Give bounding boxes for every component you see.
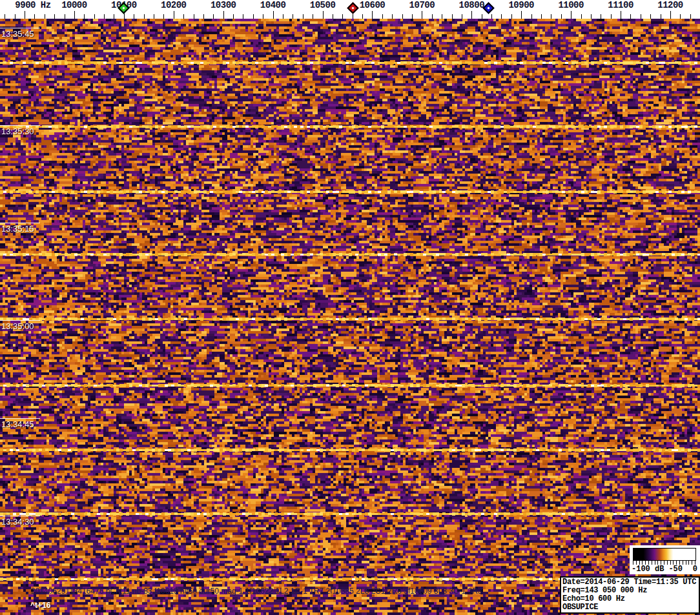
freq-tick-minor — [591, 14, 592, 19]
freq-tick-minor — [442, 14, 442, 19]
freq-tick-minor — [342, 14, 343, 19]
freq-tick-minor — [382, 14, 383, 19]
freq-tick-minor — [194, 14, 194, 19]
freq-tick-minor — [144, 14, 145, 19]
freq-tick-minor — [114, 14, 114, 19]
freq-tick-minor — [432, 14, 433, 19]
time-label-2: 13:35:15 — [1, 224, 34, 234]
time-tick-line — [0, 516, 40, 516]
freq-label-10400: 10400 — [260, 0, 286, 10]
freq-tick-minor — [462, 14, 462, 19]
freq-tick-minor — [402, 14, 403, 19]
time-label-3: 13:35:00 — [1, 321, 34, 331]
freq-tick-minor — [392, 14, 393, 19]
scale-label-max: 0 — [693, 565, 697, 574]
freq-label-10900: 10900 — [508, 0, 534, 10]
freq-label-11100: 11100 — [608, 0, 633, 10]
freq-tick-minor — [491, 14, 492, 19]
freq-label-11000: 11000 — [558, 0, 584, 10]
freq-label-10300: 10300 — [211, 0, 236, 10]
freq-label-10200: 10200 — [161, 0, 187, 10]
freq-tick-minor — [233, 14, 234, 19]
freq-tick-major — [174, 11, 174, 19]
freq-label-10000: 10000 — [61, 0, 87, 10]
freq-tick-major — [521, 11, 522, 19]
freq-tick-minor — [452, 14, 453, 19]
freq-tick-minor — [94, 14, 95, 19]
meteor-detection-annotation: 20140629113416476 hCnt11 nb-83 f10613 hi… — [31, 587, 482, 596]
observation-info-box: Date=2014-06-29 Time=11:35 UTC Freq=143 … — [560, 576, 700, 614]
freq-tick-minor — [213, 14, 214, 19]
marker-center-dot — [351, 6, 354, 9]
freq-tick-major — [422, 11, 422, 19]
freq-tick-minor — [15, 14, 15, 19]
marker-center-dot — [487, 6, 489, 9]
freq-tick-minor — [253, 14, 254, 19]
time-tick-line — [0, 320, 40, 321]
freq-tick-minor — [362, 14, 363, 19]
time-tick-line — [0, 28, 40, 28]
time-label-1: 13:35:30 — [1, 126, 34, 136]
freq-tick-major — [323, 11, 324, 19]
freq-label-10800: 10800 — [459, 0, 485, 10]
red-frequency-marker-diamond-icon[interactable] — [347, 2, 358, 14]
freq-tick-major — [571, 11, 571, 19]
freq-tick-minor — [34, 14, 35, 19]
freq-tick-minor — [482, 14, 482, 19]
freq-label-10500: 10500 — [310, 0, 336, 10]
freq-tick-minor — [54, 14, 55, 19]
spectrogram-waterfall — [0, 19, 700, 615]
scale-label-min: -100 dB — [632, 565, 664, 574]
time-tick-line — [0, 223, 40, 223]
freq-tick-minor — [501, 14, 502, 19]
scale-labels: -100 dB -50 0 — [630, 565, 700, 574]
freq-tick-minor — [611, 14, 612, 19]
freq-tick-minor — [243, 14, 243, 19]
freq-tick-minor — [154, 14, 154, 19]
freq-tick-minor — [313, 14, 313, 19]
time-label-4: 13:34:45 — [1, 419, 34, 429]
time-tick-line — [0, 125, 40, 126]
freq-tick-minor — [551, 14, 551, 19]
freq-tick-major — [670, 11, 671, 19]
freq-tick-major — [273, 11, 274, 19]
freq-label-9900: 9900 Hz — [15, 0, 50, 10]
freq-tick-minor — [5, 14, 5, 19]
freq-tick-minor — [333, 14, 333, 19]
time-shift-label: ^t+16 — [30, 601, 50, 610]
freq-tick-minor — [45, 14, 45, 19]
freq-tick-minor — [65, 14, 65, 19]
freq-label-10700: 10700 — [409, 0, 435, 10]
time-label-5: 13:34:30 — [1, 517, 34, 527]
freq-tick-minor — [183, 14, 184, 19]
freq-tick-minor — [581, 14, 582, 19]
freq-tick-major — [471, 11, 472, 19]
freq-label-10600: 10600 — [360, 0, 386, 10]
scale-label-mid: -50 — [668, 565, 683, 574]
freq-tick-minor — [163, 14, 164, 19]
frequency-ruler: 9900 Hz100001010010200103001040010500106… — [0, 0, 700, 19]
freq-tick-major — [621, 11, 621, 19]
freq-tick-minor — [511, 14, 512, 19]
marker-center-dot — [122, 6, 125, 9]
freq-tick-minor — [84, 14, 85, 19]
freq-tick-minor — [412, 14, 413, 19]
freq-tick-minor — [104, 14, 105, 19]
intensity-scale-legend: -100 dB -50 0 — [630, 545, 700, 574]
freq-tick-minor — [650, 14, 651, 19]
freq-tick-minor — [561, 14, 562, 19]
freq-tick-major — [223, 11, 224, 19]
freq-tick-minor — [263, 14, 263, 19]
freq-tick-minor — [203, 14, 204, 19]
freq-tick-minor — [601, 14, 601, 19]
info-station-name: OBSUPICE — [562, 603, 697, 612]
freq-tick-minor — [303, 14, 304, 19]
freq-tick-minor — [134, 14, 134, 19]
freq-tick-minor — [531, 14, 532, 19]
freq-tick-major — [372, 11, 373, 19]
freq-tick-minor — [353, 14, 353, 19]
freq-tick-minor — [293, 14, 293, 19]
time-tick-line — [0, 418, 40, 419]
freq-tick-major — [74, 11, 75, 19]
freq-tick-minor — [690, 14, 691, 19]
